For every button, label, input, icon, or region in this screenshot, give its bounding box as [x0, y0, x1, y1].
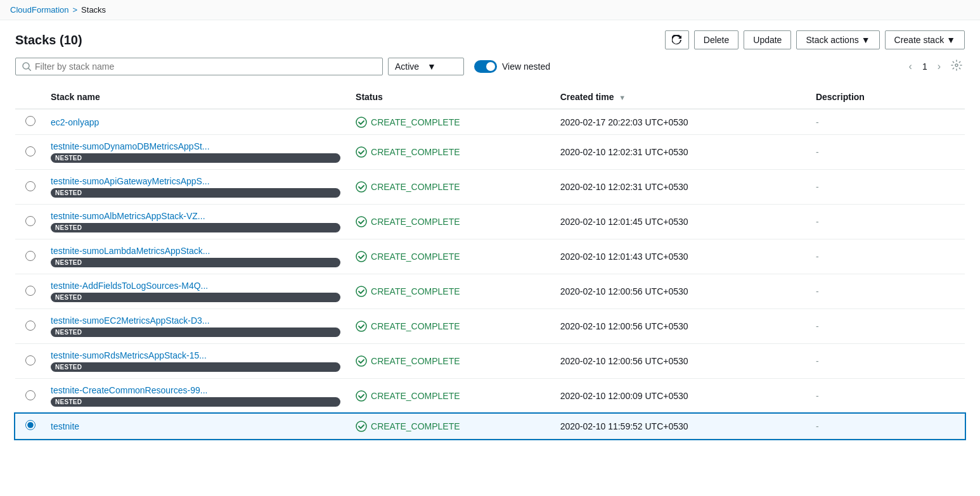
row-radio-input[interactable]: [25, 216, 35, 226]
prev-page-button[interactable]: ‹: [905, 58, 916, 75]
row-radio-input[interactable]: [25, 355, 35, 366]
row-radio-input[interactable]: [25, 181, 35, 191]
table-settings-button[interactable]: [948, 57, 965, 75]
row-created-time-cell: 2020-02-10 12:02:31 UTC+0530: [553, 135, 808, 170]
stack-name-link[interactable]: testnite-CreateCommonResources-99...: [51, 385, 340, 395]
refresh-button[interactable]: [665, 30, 689, 49]
svg-point-6: [356, 217, 366, 227]
row-status-cell: CREATE_COMPLETE: [348, 309, 553, 344]
row-status-cell: CREATE_COMPLETE: [348, 379, 553, 414]
table-body: ec2-onlyappCREATE_COMPLETE2020-02-17 20:…: [15, 109, 965, 439]
stack-name-link[interactable]: testnite-sumoEC2MetricsAppStack-D3...: [51, 315, 340, 326]
stack-name-link[interactable]: testnite-sumoLambdaMetricsAppStack...: [51, 246, 340, 256]
row-stack-name-cell: testnite: [43, 414, 348, 439]
row-description-cell: -: [808, 414, 965, 439]
update-button[interactable]: Update: [744, 30, 791, 49]
col-header-description: Description: [808, 86, 965, 109]
create-stack-button[interactable]: Create stack ▼: [885, 30, 965, 49]
row-radio-input[interactable]: [25, 321, 35, 331]
svg-point-8: [356, 286, 366, 296]
status-check-icon: [356, 390, 367, 402]
row-radio-cell: [15, 414, 43, 439]
search-box: [15, 58, 383, 75]
status-text: CREATE_COMPLETE: [371, 356, 460, 366]
row-radio-cell: [15, 309, 43, 344]
create-stack-chevron-icon: ▼: [946, 35, 955, 45]
row-radio-input[interactable]: [25, 116, 35, 126]
svg-point-4: [356, 147, 366, 157]
table-row[interactable]: testnite-sumoEC2MetricsAppStack-D3...NES…: [15, 309, 965, 344]
nested-badge: NESTED: [51, 362, 340, 372]
sort-desc-icon: ▼: [619, 94, 626, 101]
table-row[interactable]: testnite-CreateCommonResources-99...NEST…: [15, 379, 965, 414]
table-row[interactable]: testnite-sumoDynamoDBMetricsAppSt...NEST…: [15, 135, 965, 170]
col-header-created-time[interactable]: Created time ▼: [553, 86, 808, 109]
row-created-time-cell: 2020-02-10 12:00:09 UTC+0530: [553, 379, 808, 414]
active-filter-label: Active: [395, 61, 425, 72]
row-status-cell: CREATE_COMPLETE: [348, 414, 553, 439]
row-created-time-cell: 2020-02-10 12:02:31 UTC+0530: [553, 170, 808, 205]
row-description-cell: -: [808, 205, 965, 239]
svg-point-3: [356, 117, 366, 127]
table-row[interactable]: testnite-sumoAlbMetricsAppStack-VZ...NES…: [15, 205, 965, 239]
next-page-button[interactable]: ›: [934, 58, 945, 75]
table-row[interactable]: testnite-AddFieldsToLogSources-M4Q...NES…: [15, 274, 965, 309]
row-radio-input[interactable]: [25, 420, 35, 430]
row-radio-cell: [15, 344, 43, 379]
stack-name-link[interactable]: testnite-sumoApiGatewayMetricsAppS...: [51, 176, 340, 186]
active-filter-dropdown[interactable]: Active ▼: [388, 58, 464, 75]
row-description-cell: -: [808, 170, 965, 205]
svg-point-12: [356, 421, 366, 431]
row-status-cell: CREATE_COMPLETE: [348, 170, 553, 205]
toolbar-actions: Delete Update Stack actions ▼ Create sta…: [665, 30, 965, 49]
stack-name-link[interactable]: testnite-sumoAlbMetricsAppStack-VZ...: [51, 211, 340, 221]
row-radio-cell: [15, 239, 43, 274]
table-row[interactable]: ec2-onlyappCREATE_COMPLETE2020-02-17 20:…: [15, 109, 965, 135]
row-radio-cell: [15, 170, 43, 205]
status-text: CREATE_COMPLETE: [371, 286, 460, 296]
row-created-time-cell: 2020-02-10 12:01:43 UTC+0530: [553, 239, 808, 274]
table-row[interactable]: testnite-sumoApiGatewayMetricsAppS...NES…: [15, 170, 965, 205]
svg-point-11: [356, 391, 366, 401]
stack-name-link[interactable]: testnite: [51, 421, 340, 431]
stack-name-link[interactable]: ec2-onlyapp: [51, 117, 340, 127]
status-check-icon: [356, 117, 367, 128]
delete-button[interactable]: Delete: [694, 30, 738, 49]
row-status-cell: CREATE_COMPLETE: [348, 239, 553, 274]
toggle-slider: [474, 60, 497, 73]
table-header: Stack name Status Created time ▼ Descrip…: [15, 86, 965, 109]
pagination: ‹ 1 ›: [905, 57, 965, 75]
filter-row: Active ▼ View nested ‹ 1 ›: [15, 57, 965, 75]
breadcrumb-parent[interactable]: CloudFormation: [10, 5, 69, 15]
table-row[interactable]: testniteCREATE_COMPLETE2020-02-10 11:59:…: [15, 414, 965, 439]
status-text: CREATE_COMPLETE: [371, 217, 460, 227]
stack-actions-chevron-icon: ▼: [861, 35, 870, 45]
active-filter-chevron-icon: ▼: [427, 61, 457, 72]
status-check-icon: [356, 216, 367, 227]
table-row[interactable]: testnite-sumoRdsMetricsAppStack-15...NES…: [15, 344, 965, 379]
stack-name-link[interactable]: testnite-sumoDynamoDBMetricsAppSt...: [51, 141, 340, 151]
row-created-time-cell: 2020-02-10 12:00:56 UTC+0530: [553, 274, 808, 309]
row-created-time-cell: 2020-02-10 12:00:56 UTC+0530: [553, 344, 808, 379]
view-nested-switch[interactable]: [474, 60, 497, 73]
breadcrumb-current: Stacks: [81, 5, 106, 15]
row-radio-input[interactable]: [25, 146, 35, 156]
stack-name-link[interactable]: testnite-sumoRdsMetricsAppStack-15...: [51, 350, 340, 360]
stack-name-link[interactable]: testnite-AddFieldsToLogSources-M4Q...: [51, 281, 340, 291]
stacks-table: Stack name Status Created time ▼ Descrip…: [15, 86, 965, 439]
row-radio-cell: [15, 379, 43, 414]
search-input[interactable]: [35, 61, 376, 72]
status-text: CREATE_COMPLETE: [371, 321, 460, 331]
row-radio-cell: [15, 109, 43, 135]
row-stack-name-cell: testnite-AddFieldsToLogSources-M4Q...NES…: [43, 274, 348, 309]
breadcrumb-separator: >: [73, 5, 78, 15]
stack-actions-button[interactable]: Stack actions ▼: [796, 30, 879, 49]
toolbar: Stacks (10) Delete Update Stack actions …: [15, 30, 965, 49]
svg-line-1: [29, 68, 31, 71]
row-radio-input[interactable]: [25, 251, 35, 261]
row-radio-input[interactable]: [25, 390, 35, 400]
row-created-time-cell: 2020-02-10 12:01:45 UTC+0530: [553, 205, 808, 239]
row-radio-input[interactable]: [25, 286, 35, 296]
settings-icon: [951, 60, 962, 71]
table-row[interactable]: testnite-sumoLambdaMetricsAppStack...NES…: [15, 239, 965, 274]
